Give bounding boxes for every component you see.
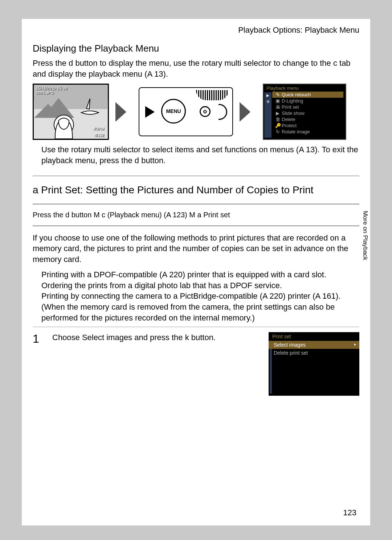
menu-item-slide-show: ▶Slide show (272, 110, 343, 116)
menu-path-box: Press the d button M c (Playback menu) (… (33, 204, 359, 226)
menu-list: ✎Quick retouch ▣D-Lighting 🖶Print set ▶S… (270, 92, 346, 135)
macro-button-icon: ✿ (200, 106, 211, 117)
press-arrow-icon (145, 106, 155, 118)
arrow-right-icon (240, 102, 256, 122)
menu-item-print-set: 🖶Print set (272, 104, 343, 110)
menu-title: Playback menu (264, 84, 346, 92)
page-number: 123 (343, 508, 356, 517)
menu-item-quick-retouch: ✎Quick retouch (272, 92, 343, 98)
counter-overlay: 4/132 (94, 133, 104, 137)
bullet-1: Printing with a DPOF-compatible (A 220) … (33, 269, 359, 280)
menu-button: MENU (161, 99, 186, 124)
print-set-item-select-images: Select images (269, 341, 359, 349)
main-paragraph: If you choose to use one of the followin… (33, 233, 359, 265)
section-title: Displaying the Playback Menu (33, 43, 359, 54)
playback-screen-illustration: 15/11/2010 15:30 0004.JPG NORM 4/132 (33, 84, 109, 140)
menu-left-tab-bar: ▶ ⚙ (264, 92, 271, 138)
quality-overlay: NORM (93, 127, 104, 131)
side-chapter-tab: More on Playback (360, 208, 370, 263)
content-area: Playback Options: Playback Menu Displayi… (22, 19, 370, 525)
step-number: 1 (33, 332, 44, 396)
dial-fragment (219, 104, 227, 120)
header-breadcrumb: Playback Options: Playback Menu (33, 25, 359, 35)
timestamp-overlay: 15/11/2010 15:30 0004.JPG (36, 86, 67, 95)
menu-item-delete: 🗑Delete (272, 116, 343, 122)
step-1-row: 1 Choose Select images and press the k b… (33, 327, 359, 396)
main-heading: a Print Set: Setting the Pictures and Nu… (33, 184, 359, 196)
section-divider (33, 176, 359, 176)
playback-menu-screen: Playback menu ▶ ⚙ ▸ ✎Quick retouch ▣D-Li… (263, 84, 346, 140)
camera-back-illustration: MENU ✿ (139, 87, 233, 136)
print-set-title: Print set (269, 332, 359, 341)
print-set-item-delete: Delete print set (269, 349, 359, 357)
left-scroll-bar (270, 342, 272, 394)
bullet-3: Printing by connecting the camera to a P… (33, 291, 359, 323)
print-set-screen: Print set Select images Delete print set (269, 332, 359, 396)
menu-item-rotate-image: ↻Rotate image (272, 129, 343, 135)
grip-hatch (196, 90, 229, 100)
menu-item-protect: 🔑Protect (272, 122, 343, 129)
intro-paragraph-1: Press the d button to display the menu, … (33, 58, 359, 79)
step-text: Choose Select images and press the k but… (52, 332, 260, 396)
bullet-2: Ordering the prints from a digital photo… (33, 280, 359, 291)
intro-paragraph-2: Use the rotary multi selector to select … (41, 144, 359, 166)
page: Playback Options: Playback Menu Displayi… (0, 0, 392, 540)
menu-item-d-lighting: ▣D-Lighting (272, 98, 343, 104)
arrow-right-icon (115, 102, 132, 122)
illustration-row: 15/11/2010 15:30 0004.JPG NORM 4/132 MEN… (33, 84, 359, 140)
